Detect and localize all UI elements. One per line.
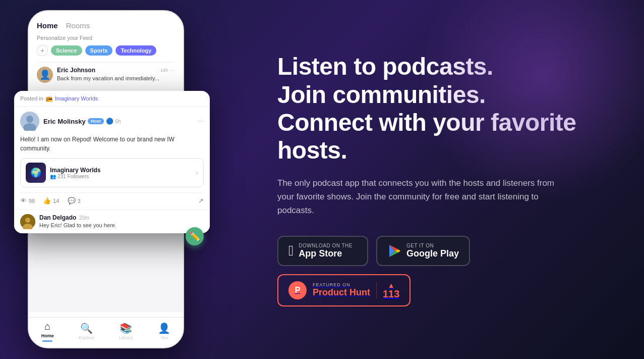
app-store-label-big: App Store xyxy=(299,248,353,259)
post-author-name: Eric Molinsky xyxy=(43,118,86,125)
posted-in-label: Posted in xyxy=(20,95,43,101)
hero-subtext: The only podcast app that connects you w… xyxy=(277,176,570,218)
google-play-label-big: Google Play xyxy=(406,248,459,259)
comment-text: Hey Eric! Glad to see you here. xyxy=(39,222,204,228)
commenter-name: Dan Delgado xyxy=(39,214,76,221)
hero-headline: Listen to podcasts. Join communities. Co… xyxy=(277,53,609,164)
svg-point-1 xyxy=(26,116,33,123)
floating-action-button[interactable]: ✏️ xyxy=(186,227,204,245)
comment-section: Dan Delgado 20m Hey Eric! Glad to see yo… xyxy=(14,210,210,233)
post-body: Hello! I am now on Repod! Welcome to our… xyxy=(20,135,204,153)
nav-item-library[interactable]: 📚 Library xyxy=(119,322,133,340)
eye-icon: 👁 xyxy=(20,197,27,204)
back-post-time: 16h xyxy=(160,68,168,73)
back-post-item: 👤 Eric Johnson 16h ··· Back from my vaca… xyxy=(37,62,175,87)
posted-in-bar: Posted in 📻 Imaginary Worlds xyxy=(14,91,210,107)
comments-action[interactable]: 💬 3 xyxy=(68,197,81,204)
podcast-thumbnail: 🌍 xyxy=(26,163,46,183)
comment-icon: 💬 xyxy=(68,197,76,204)
hero-content: Listen to podcasts. Join communities. Co… xyxy=(242,22,644,336)
ph-vote-count: 113 xyxy=(383,289,399,299)
post-author-avatar xyxy=(20,112,39,131)
bottom-nav: ⌂ Home 🔍 Explore 📚 Library 👤 You xyxy=(29,317,183,347)
back-post-author: Eric Johnson xyxy=(57,67,95,74)
product-hunt-button[interactable]: P FEATURED ON Product Hunt ▲ 113 xyxy=(277,274,411,306)
ph-count-section: ▲ 113 xyxy=(376,282,399,299)
add-tag-button[interactable]: + xyxy=(37,45,48,56)
commenter-avatar xyxy=(20,214,35,229)
likes-action[interactable]: 👍 14 xyxy=(43,197,59,204)
ph-label-big: Product Hunt xyxy=(313,287,370,298)
back-post-text: Back from my vacation and immediately... xyxy=(57,75,175,82)
headline-line1: Listen to podcasts. xyxy=(277,53,493,80)
tag-sports[interactable]: Sports xyxy=(85,45,113,56)
podcast-chevron-icon: › xyxy=(196,168,198,177)
nav-item-you[interactable]: 👤 You xyxy=(158,322,170,340)
google-play-label-small: GET IT ON xyxy=(406,243,459,248)
like-icon: 👍 xyxy=(43,197,51,204)
app-store-button[interactable]:  Download on the App Store xyxy=(277,236,368,266)
cta-buttons-row:  Download on the App Store GET IT ON Go… xyxy=(277,236,609,306)
nav-item-home[interactable]: ⌂ Home xyxy=(41,321,54,342)
verified-icon: 🔵 xyxy=(106,118,113,125)
share-icon: ↗ xyxy=(198,197,204,204)
share-action[interactable]: ↗ xyxy=(198,197,204,204)
headline-line2: Join communities. xyxy=(277,81,486,108)
nav-rooms: Rooms xyxy=(66,21,90,30)
svg-point-4 xyxy=(25,218,30,223)
podcast-card-title: Imaginary Worlds xyxy=(50,167,100,174)
post-actions-bar: 👁 98 👍 14 💬 3 ↗ xyxy=(20,192,204,204)
product-hunt-logo: P xyxy=(288,281,307,299)
ph-upvote-icon: ▲ xyxy=(388,282,395,289)
google-play-icon xyxy=(387,244,401,258)
overlay-post-card: Posted in 📻 Imaginary Worlds xyxy=(14,91,210,233)
views-action: 👁 98 xyxy=(20,197,35,204)
podcast-rss-icon: 📻 xyxy=(45,95,53,102)
tag-technology[interactable]: Technology xyxy=(115,45,156,56)
ph-label-small: FEATURED ON xyxy=(313,282,370,287)
app-store-label-small: Download on the xyxy=(299,243,353,248)
host-badge: Host xyxy=(88,118,104,124)
feed-label: Personalize your Feed xyxy=(37,35,175,41)
posted-in-podcast-name: Imaginary Worlds xyxy=(55,95,98,101)
phone-mockup-section: Home Rooms Personalize your Feed + Scien… xyxy=(0,0,242,359)
headline-line3: Connect with your favorite hosts. xyxy=(277,109,576,164)
more-options-icon[interactable]: ··· xyxy=(197,117,204,126)
apple-icon:  xyxy=(288,243,294,259)
google-play-button[interactable]: GET IT ON Google Play xyxy=(376,236,470,266)
nav-item-explore[interactable]: 🔍 Explore xyxy=(79,322,94,340)
podcast-followers: 👥 231 Followers xyxy=(50,174,100,179)
comment-time: 20m xyxy=(79,215,89,221)
tag-science[interactable]: Science xyxy=(51,45,82,56)
nav-home: Home xyxy=(37,21,58,30)
post-time: 6h xyxy=(115,119,121,124)
back-post-avatar: 👤 xyxy=(37,67,53,83)
podcast-link-card[interactable]: 🌍 Imaginary Worlds 👥 231 Followers › xyxy=(20,158,204,187)
